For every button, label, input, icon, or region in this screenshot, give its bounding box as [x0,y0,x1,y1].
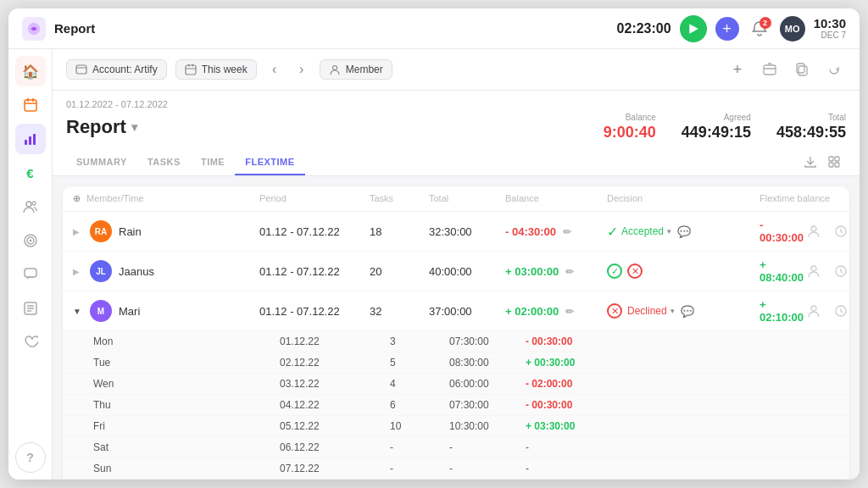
sub-tasks-mon: 3 [390,336,449,347]
person-icon-jaanus[interactable] [804,261,824,281]
sidebar-item-tasks[interactable] [15,293,46,324]
add-button[interactable]: + [715,17,739,41]
main-content: Account: Artify This week ‹ › [53,49,860,480]
user-avatar-button[interactable]: MO [780,16,805,42]
avatar-mari: M [90,300,112,322]
decision-caret[interactable]: ▾ [667,227,671,236]
sub-day-sun: Sun [93,463,280,474]
add-action[interactable]: + [726,58,749,81]
sidebar-item-reports[interactable] [15,124,46,154]
table-header: ⊕ Member/Time Period Tasks Total Balance… [63,186,849,212]
tab-tasks[interactable]: TASKS [137,150,191,175]
sidebar-item-home[interactable]: 🏠 [15,56,46,86]
notifications-button[interactable]: 2 [748,17,771,41]
svg-rect-23 [829,157,833,161]
tab-flextime[interactable]: FLEXTIME [235,150,304,175]
sub-total-mon: 07:30:00 [449,336,526,347]
svg-rect-5 [25,140,27,145]
chat-icon-rain[interactable]: 💬 [676,224,692,239]
sub-period-wen: 03.12.22 [280,378,390,390]
sidebar-item-help[interactable]: ? [15,442,46,473]
account-filter[interactable]: Account: Artify [66,59,167,80]
sub-balance-fri: + 03:30:00 [526,420,839,432]
expand-chevron-mari[interactable]: ▼ [73,307,83,316]
tab-time[interactable]: TIME [191,150,235,175]
clock-icon-mari[interactable] [831,301,849,321]
svg-point-27 [811,226,816,231]
stat-agreed: Agreed 449:49:15 [682,113,751,141]
member-cell-jaanus: ▶ JL Jaanus [73,260,259,282]
svg-rect-7 [33,134,36,145]
edit-icon[interactable]: ✏ [563,226,571,238]
row-actions-jaanus [804,261,849,281]
decision-declined-mari: Declined ▾ [627,305,675,317]
decision-cell-rain: ✓ Accepted ▾ 💬 [607,224,760,240]
copy-action[interactable] [790,58,814,81]
edit-icon[interactable]: ✏ [565,266,574,278]
report-header: 01.12.2022 - 07.12.2022 Report ▾ Balance… [53,91,860,176]
tab-summary[interactable]: SUMMARY [66,150,137,175]
person-icon-rain[interactable] [804,221,824,241]
decision-caret-mari[interactable]: ▾ [670,307,675,315]
member-filter[interactable]: Member [320,59,392,80]
expand-chevron-jaanus[interactable]: ▶ [73,267,83,276]
period-filter[interactable]: This week [175,59,257,80]
play-button[interactable] [680,15,707,42]
timer-display: 02:23:00 [617,21,671,36]
col-member: ⊕ Member/Time [73,193,259,204]
title-bar-actions: 02:23:00 + 2 MO 10:30 DEC 7 [617,15,846,42]
period-label: This week [202,64,248,75]
sidebar-item-billing[interactable]: € [15,158,46,188]
clock-time: 10:30 [814,17,846,31]
next-period-button[interactable]: › [292,60,311,79]
sidebar-item-messages[interactable] [15,259,46,290]
sub-balance-sat: - [526,441,839,453]
delete-action[interactable] [758,58,782,81]
person-icon-mari[interactable] [804,301,824,321]
flextime-value-jaanus: + 08:40:00 [760,258,804,284]
sidebar-item-wellness[interactable] [15,327,46,358]
member-cell-mari: ▼ M Mari [73,300,259,322]
clock-icon-jaanus[interactable] [831,261,849,281]
svg-point-9 [32,202,36,205]
check-circle-jaanus: ✓ [607,263,622,279]
refresh-action[interactable] [822,58,846,81]
account-icon [75,64,87,75]
sub-row-sat: Sat 06.12.22 - - - [63,437,849,458]
clock-icon-rain[interactable] [831,221,849,241]
sub-row-mon: Mon 01.12.22 3 07:30:00 - 00:30:00 [63,331,849,352]
col-tasks: Tasks [370,193,429,204]
svg-rect-17 [188,64,190,67]
report-title-caret[interactable]: ▾ [131,120,137,134]
sub-period-sat: 06.12.22 [280,441,390,453]
clock-date: DEC 7 [814,30,846,40]
grid-action[interactable] [822,150,846,174]
total-rain: 32:30:00 [429,225,505,238]
export-action[interactable] [798,150,822,174]
top-toolbar: Account: Artify This week ‹ › [53,49,860,91]
add-column-icon[interactable]: ⊕ [73,193,81,203]
sidebar-item-targets[interactable] [15,225,46,256]
sub-period-fri: 05.12.22 [280,420,390,432]
edit-icon[interactable]: ✏ [565,306,574,318]
svg-point-31 [811,306,816,311]
svg-rect-16 [186,65,196,75]
expand-chevron-rain[interactable]: ▶ [73,227,83,236]
svg-point-8 [26,202,31,207]
sidebar-item-calendar[interactable] [15,90,46,120]
col-balance: Balance [505,193,607,204]
chat-icon-mari[interactable]: 💬 [680,303,695,319]
svg-rect-3 [27,98,29,102]
report-date-range: 01.12.2022 - 07.12.2022 [66,99,846,109]
balance-mari: + 02:00:00 ✏ [505,305,607,318]
member-name-jaanus: Jaanus [119,265,154,278]
avatar-rain: RA [90,220,112,242]
sidebar-item-users[interactable] [15,191,46,222]
period-jaanus: 01.12 - 07.12.22 [259,265,370,278]
decision-cell-jaanus: ✓ ✕ [607,263,760,279]
prev-period-button[interactable]: ‹ [265,60,284,79]
title-bar: Report 02:23:00 + 2 MO 10:30 DEC 7 [8,8,860,49]
sub-day-mon: Mon [93,336,280,347]
svg-rect-20 [764,65,776,75]
table-row: ▼ M Mari 01.12 - 07.12.22 32 37:00:00 + … [63,291,849,331]
